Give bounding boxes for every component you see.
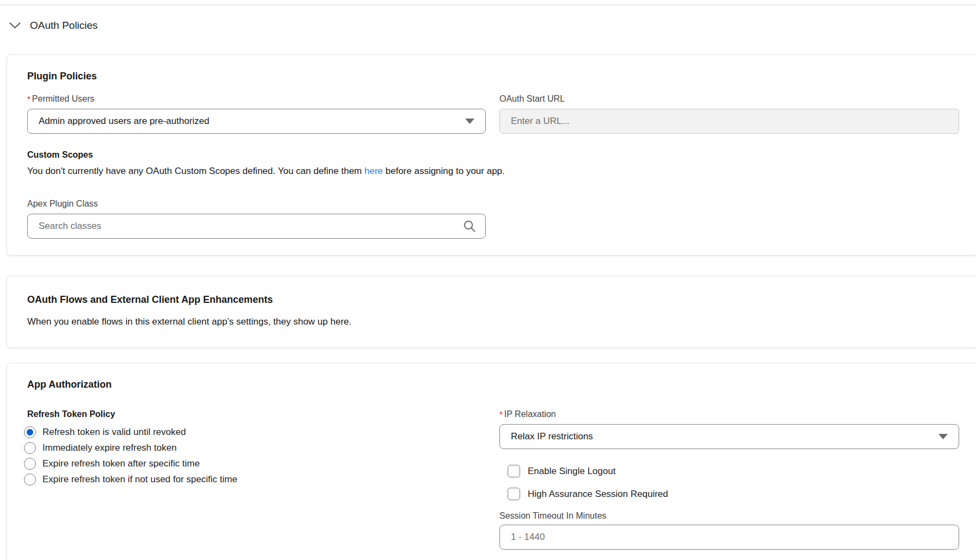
oauth-start-url-label: OAuth Start URL xyxy=(499,94,959,104)
required-asterisk: * xyxy=(499,409,503,419)
plugin-policies-title: Plugin Policies xyxy=(27,71,959,82)
checkbox-group: Enable Single Logout High Assurance Sess… xyxy=(508,465,959,500)
permitted-users-combobox[interactable]: Admin approved users are pre-authorized xyxy=(27,109,486,134)
session-timeout-label: Session Timeout In Minutes xyxy=(499,511,959,521)
oauth-start-url-placeholder: Enter a URL... xyxy=(511,116,570,127)
ip-relaxation-field: *IP Relaxation Relax IP restrictions xyxy=(499,409,959,449)
ip-relaxation-value: Relax IP restrictions xyxy=(511,431,593,442)
apex-plugin-class-field: Apex Plugin Class Search classes xyxy=(27,198,486,239)
ip-relaxation-label: *IP Relaxation xyxy=(499,409,959,420)
enable-single-logout-checkbox[interactable] xyxy=(508,465,520,477)
search-icon xyxy=(463,220,476,233)
refresh-token-radio-1[interactable] xyxy=(24,442,36,454)
refresh-token-radio-2[interactable] xyxy=(24,458,36,470)
app-authorization-card: App Authorization Refresh Token Policy R… xyxy=(7,363,976,560)
radio-option-3[interactable]: Expire refresh token if not used for spe… xyxy=(24,473,486,486)
refresh-token-policy-radio-group: Refresh token is valid until revoked Imm… xyxy=(24,426,486,486)
caret-down-icon xyxy=(465,119,474,124)
oauth-flows-description: When you enable flows in this external c… xyxy=(27,316,959,328)
app-authorization-right-column: *IP Relaxation Relax IP restrictions Ena… xyxy=(499,409,959,550)
high-assurance-session-row[interactable]: High Assurance Session Required xyxy=(508,488,959,500)
permitted-users-label: *Permitted Users xyxy=(27,94,486,104)
oauth-flows-title: OAuth Flows and External Client App Enha… xyxy=(27,294,959,306)
custom-scopes-title: Custom Scopes xyxy=(27,150,959,160)
refresh-token-policy-label: Refresh Token Policy xyxy=(27,409,486,420)
radio-option-1[interactable]: Immediately expire refresh token xyxy=(24,441,486,455)
required-asterisk: * xyxy=(27,94,30,103)
session-timeout-field: Session Timeout In Minutes 1 - 1440 xyxy=(499,511,959,550)
radio-option-2[interactable]: Expire refresh token after specific time xyxy=(24,457,486,470)
ip-relaxation-combobox[interactable]: Relax IP restrictions xyxy=(499,424,959,449)
section-title: OAuth Policies xyxy=(30,20,98,32)
session-timeout-placeholder: 1 - 1440 xyxy=(511,532,545,543)
session-timeout-input[interactable]: 1 - 1440 xyxy=(499,525,959,550)
oauth-start-url-input[interactable]: Enter a URL... xyxy=(499,109,959,134)
apex-class-search-placeholder: Search classes xyxy=(39,221,101,232)
refresh-token-radio-0[interactable] xyxy=(24,426,36,438)
plugin-policies-card: Plugin Policies *Permitted Users Admin a… xyxy=(7,54,976,256)
top-divider xyxy=(0,4,976,5)
custom-scopes-block: Custom Scopes You don't currently have a… xyxy=(27,150,959,177)
chevron-down-icon[interactable] xyxy=(8,21,22,30)
define-scopes-link[interactable]: here xyxy=(365,166,383,176)
refresh-token-radio-3[interactable] xyxy=(24,474,36,486)
oauth-start-url-field: OAuth Start URL Enter a URL... xyxy=(499,94,959,134)
enable-single-logout-row[interactable]: Enable Single Logout xyxy=(508,465,959,477)
app-authorization-title: App Authorization xyxy=(27,379,959,390)
oauth-flows-card: OAuth Flows and External Client App Enha… xyxy=(7,276,976,348)
apex-class-search-input[interactable]: Search classes xyxy=(27,214,486,239)
oauth-policies-section-header[interactable]: OAuth Policies xyxy=(8,18,976,33)
custom-scopes-text: You don't currently have any OAuth Custo… xyxy=(27,165,959,177)
radio-option-0[interactable]: Refresh token is valid until revoked xyxy=(24,426,486,439)
high-assurance-session-checkbox[interactable] xyxy=(508,488,520,500)
refresh-token-policy-field: Refresh Token Policy Refresh token is va… xyxy=(27,409,486,550)
permitted-users-field: *Permitted Users Admin approved users ar… xyxy=(27,94,486,134)
caret-down-icon xyxy=(938,434,948,439)
permitted-users-value: Admin approved users are pre-authorized xyxy=(39,116,209,127)
apex-plugin-class-label: Apex Plugin Class xyxy=(27,198,486,209)
